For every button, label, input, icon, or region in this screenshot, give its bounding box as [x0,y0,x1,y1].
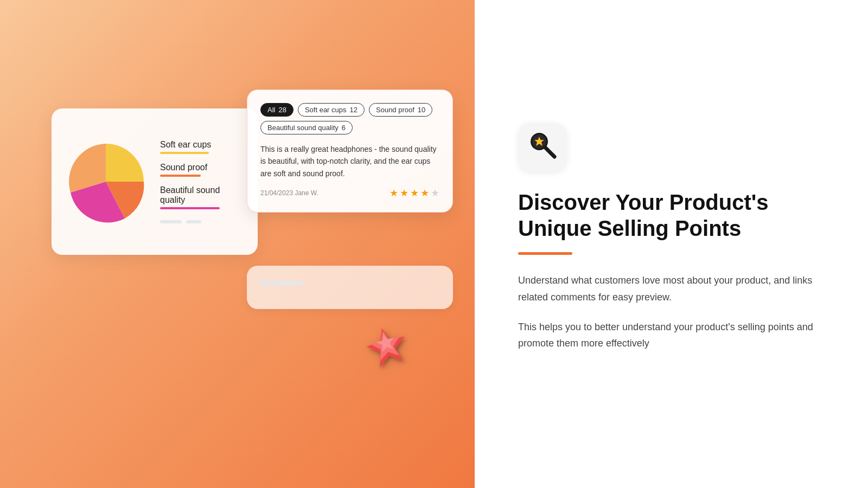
app-icon [518,123,567,172]
legend-label-1: Soft ear cups [160,140,241,150]
tag-soft-ear-cups-label: Soft ear cups [305,106,347,114]
tag-all-label: All [267,106,275,114]
main-heading: Discover Your Product's Unique Selling P… [518,189,825,241]
legend-bar-1 [160,152,209,154]
legend-placeholder-2 [186,220,201,223]
tag-sound-proof[interactable]: Sound proof 10 [369,103,432,117]
legend-placeholder [160,220,182,223]
review-card: All 28 Soft ear cups 12 Sound proof 10 B… [247,89,453,213]
right-panel: Discover Your Product's Unique Selling P… [475,0,868,488]
description-2: This helps you to better understand your… [518,319,825,352]
review-meta: 21/04/2023 Jane W. ★ ★ ★ ★ ★ [260,187,439,199]
review-card-partial [247,266,453,309]
star-1: ★ [390,187,398,199]
orange-divider [518,252,572,255]
legend-bar-2 [160,175,201,177]
review-date: 21/04/2023 Jane W. [260,189,318,197]
pie-chart [62,138,149,225]
legend-bar-3 [160,207,220,209]
star-3: ★ [410,187,419,199]
chart-legend: Soft ear cups Sound proof Beautiful soun… [160,140,241,223]
legend-label-3: Beautiful sound quality [160,185,241,205]
star-3d-decoration [360,320,416,381]
app-icon-emoji [527,130,558,166]
chart-card: Soft ear cups Sound proof Beautiful soun… [52,108,258,255]
star-rating: ★ ★ ★ ★ ★ [390,187,439,199]
heading-line2: Unique Selling Points [518,216,741,240]
tag-soft-ear-cups-count: 12 [350,106,358,114]
tag-all[interactable]: All 28 [260,103,293,117]
tag-beautiful-sound-count: 6 [342,124,346,132]
tag-beautiful-sound-label: Beautiful sound quality [267,124,339,132]
review-text: This is a really great headphones - the … [260,143,439,179]
tag-sound-proof-label: Sound proof [376,106,414,114]
legend-item-sound-proof: Sound proof [160,163,241,177]
description-1: Understand what customers love most abou… [518,272,825,305]
tag-row: All 28 Soft ear cups 12 Sound proof 10 B… [260,103,439,134]
tag-beautiful-sound[interactable]: Beautiful sound quality 6 [260,121,353,134]
svg-line-5 [545,147,554,157]
legend-label-2: Sound proof [160,163,241,172]
partial-bar [260,281,303,285]
legend-item-beautiful-sound: Beautiful sound quality [160,185,241,209]
tag-soft-ear-cups[interactable]: Soft ear cups 12 [298,103,365,117]
tag-sound-proof-count: 10 [418,106,425,114]
left-panel: Soft ear cups Sound proof Beautiful soun… [0,0,475,488]
legend-item-soft-ear-cups: Soft ear cups [160,140,241,154]
star-4: ★ [420,187,429,199]
star-5: ★ [431,187,439,199]
star-2: ★ [400,187,409,199]
heading-line1: Discover Your Product's [518,190,769,214]
tag-all-count: 28 [278,106,286,114]
